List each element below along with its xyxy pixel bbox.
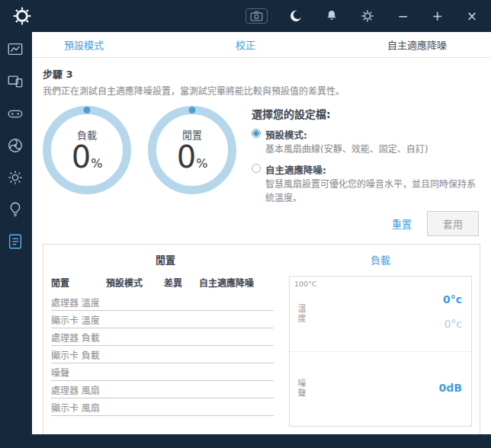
reset-button[interactable]: 重置	[392, 216, 412, 231]
fan-icon	[7, 137, 24, 154]
table-row: 顯示卡 負載	[51, 346, 274, 363]
radio-button[interactable]	[252, 164, 261, 173]
tab-bar: 預設模式 校正 自主適應降噪	[32, 32, 491, 58]
table-row: 處理器 溫度	[51, 293, 274, 311]
maximize-button[interactable]: +	[431, 10, 444, 23]
temperature-axis-label: 溫度	[294, 304, 306, 324]
sidebar-item-brightness[interactable]	[7, 169, 25, 187]
column-header: 閒置	[51, 276, 106, 289]
sidebar-item-games[interactable]	[7, 105, 25, 123]
load-section-header[interactable]: 負載	[289, 252, 472, 267]
step-title: 步驟 3	[43, 66, 480, 81]
temperature-chart: 100°C 溫度 0°c 0°c	[290, 277, 471, 352]
load-chart-section: 負載 100°C 溫度 0°c 0°c 噪聲 0dB	[289, 251, 472, 434]
table-row: 噪聲	[51, 363, 274, 381]
gauge-indicator-dot	[84, 107, 91, 114]
brightness-sun-icon	[7, 169, 24, 186]
status-bar	[0, 434, 491, 448]
noise-axis-label: 噪聲	[294, 379, 306, 398]
load-gauge: 負載 0%	[43, 106, 131, 194]
table-row: 顯示卡 溫度	[51, 311, 274, 328]
gauges: 負載 0% 閒置 0%	[43, 106, 236, 236]
tab-calibration[interactable]: 校正	[236, 37, 255, 52]
settings-gear-icon[interactable]	[360, 8, 375, 24]
main-content: 預設模式 校正 自主適應降噪 步驟 3 我們正在測試自主適應降噪設置，當測試完畢…	[32, 32, 491, 434]
screenshot-camera-icon[interactable]	[246, 8, 268, 24]
idle-section-header: 閒置	[51, 252, 280, 267]
gamepad-icon	[7, 105, 24, 122]
option-description: 基本風扇曲線(安靜、效能、固定、自訂)	[265, 143, 480, 156]
noise-value: 0dB	[439, 382, 462, 394]
minimize-button[interactable]: −	[396, 10, 409, 23]
cpu-temperature-value: 0°c	[443, 293, 462, 306]
title-bar: − + ×	[0, 0, 491, 32]
radio-option-adaptive[interactable]: 自主適應降噪:	[252, 162, 480, 177]
checklist-icon	[7, 233, 24, 250]
idle-comparison-table: 閒置 預設模式 差異 自主適應降噪 處理器 溫度 顯示卡 溫度 處理器 負載 顯…	[51, 276, 274, 416]
idle-gauge: 閒置 0%	[148, 106, 236, 194]
column-header: 差異	[164, 276, 199, 289]
lightbulb-icon	[7, 201, 24, 218]
profile-selector: 選擇您的設定檔: 預設模式: 基本風扇曲線(安靜、效能、固定、自訂) 自主適應降…	[252, 106, 480, 236]
table-header-row: 閒置 預設模式 差異 自主適應降噪	[51, 276, 274, 293]
column-header: 預設模式	[106, 276, 164, 289]
step-description: 我們正在測試自主適應降噪設置，當測試完畢將能比較與預設值的差異性。	[43, 84, 480, 97]
step-section: 步驟 3 我們正在測試自主適應降噪設置，當測試完畢將能比較與預設值的差異性。	[32, 58, 491, 97]
sidebar-item-lighting[interactable]	[7, 201, 25, 219]
load-charts: 100°C 溫度 0°c 0°c 噪聲 0dB	[289, 276, 472, 427]
sidebar-item-calibration[interactable]	[7, 233, 25, 251]
radio-option-preset[interactable]: 預設模式:	[252, 127, 480, 142]
radio-button[interactable]	[252, 129, 261, 138]
gauge-value: 0%	[177, 140, 208, 174]
apply-button[interactable]: 套用	[427, 211, 479, 236]
option-description: 智慧風扇設置可優化您的噪音水平，並且同時保持系統溫度。	[265, 178, 480, 205]
pc-icon	[7, 73, 24, 90]
profile-title: 選擇您的設定檔:	[252, 106, 480, 121]
column-header: 自主適應降噪	[199, 276, 274, 289]
tab-preset-mode[interactable]: 預設模式	[64, 37, 104, 52]
app-window: − + ×	[0, 0, 491, 448]
temperature-axis-max: 100°C	[294, 280, 317, 288]
gauge-indicator-dot	[189, 107, 196, 114]
option-label[interactable]: 預設模式:	[265, 127, 307, 142]
app-logo-icon	[12, 6, 32, 26]
table-row: 處理器 風扇	[51, 381, 274, 398]
notifications-bell-icon[interactable]	[324, 8, 339, 24]
sidebar-item-pc[interactable]	[7, 73, 25, 91]
sidebar-item-dashboard[interactable]	[7, 41, 25, 59]
tab-adaptive-noise[interactable]: 自主適應降噪	[387, 37, 447, 52]
gpu-temperature-value: 0°c	[444, 318, 462, 330]
option-label[interactable]: 自主適應降噪:	[265, 162, 326, 177]
idle-table-section: 閒置 閒置 預設模式 差異 自主適應降噪 處理器 溫度 顯示卡 溫度 處理器 負…	[51, 251, 280, 434]
gauge-value: 0%	[72, 140, 103, 174]
sidebar	[0, 32, 32, 448]
table-row: 處理器 負載	[51, 328, 274, 346]
dashboard-chart-icon	[7, 41, 24, 58]
table-row: 顯示卡 風扇	[51, 398, 274, 416]
dark-mode-moon-icon[interactable]	[288, 8, 303, 24]
close-button[interactable]: ×	[465, 10, 479, 23]
comparison-panel: 閒置 閒置 預設模式 差異 自主適應降噪 處理器 溫度 顯示卡 溫度 處理器 負…	[43, 244, 480, 434]
sidebar-item-fan[interactable]	[7, 137, 25, 155]
noise-chart: 噪聲 0dB	[290, 352, 471, 427]
